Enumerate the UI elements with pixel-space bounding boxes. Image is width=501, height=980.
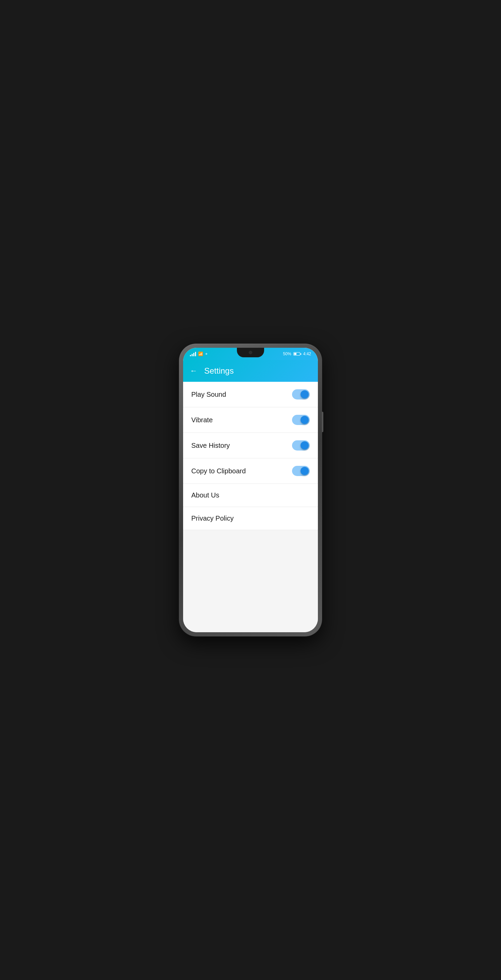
status-bar: 📶 ⌖ 50% 4:42 <box>183 348 318 360</box>
save-history-toggle-thumb <box>301 441 309 450</box>
signal-bar-1 <box>190 355 191 356</box>
status-bar-left: 📶 ⌖ <box>190 352 208 356</box>
signal-bars-icon <box>190 352 196 356</box>
settings-content: Play Sound Vibrate <box>183 382 318 632</box>
play-sound-toggle[interactable] <box>292 389 310 399</box>
camera-dot <box>249 351 252 354</box>
page-title: Settings <box>204 366 234 375</box>
settings-item-privacy-policy[interactable]: Privacy Policy <box>183 507 318 530</box>
battery-body <box>293 352 300 356</box>
settings-item-copy-clipboard[interactable]: Copy to Clipboard <box>183 458 318 484</box>
settings-item-save-history[interactable]: Save History <box>183 433 318 458</box>
vibrate-label: Vibrate <box>191 416 213 424</box>
play-sound-toggle-thumb <box>301 390 309 398</box>
usb-icon: ⌖ <box>205 352 208 356</box>
copy-clipboard-toggle-track <box>292 466 310 476</box>
about-us-label: About Us <box>191 492 219 499</box>
play-sound-toggle-track <box>292 389 310 399</box>
battery-percent-label: 50% <box>283 352 291 356</box>
privacy-policy-label: Privacy Policy <box>191 514 234 522</box>
copy-clipboard-toggle[interactable] <box>292 466 310 476</box>
signal-bar-4 <box>195 352 196 356</box>
vibrate-toggle-track <box>292 415 310 425</box>
wifi-icon: 📶 <box>198 352 203 356</box>
save-history-label: Save History <box>191 442 230 450</box>
vibrate-toggle-thumb <box>301 416 309 424</box>
status-bar-right: 50% 4:42 <box>283 352 311 356</box>
settings-list: Play Sound Vibrate <box>183 382 318 530</box>
copy-clipboard-toggle-thumb <box>301 467 309 475</box>
time-label: 4:42 <box>303 352 311 356</box>
play-sound-label: Play Sound <box>191 391 226 398</box>
signal-bar-2 <box>192 354 192 356</box>
app-bar: ← Settings <box>183 360 318 382</box>
back-button[interactable]: ← <box>190 366 197 375</box>
copy-clipboard-label: Copy to Clipboard <box>191 467 246 475</box>
save-history-toggle[interactable] <box>292 440 310 450</box>
settings-item-about-us[interactable]: About Us <box>183 484 318 507</box>
battery-fill <box>294 353 296 355</box>
phone-screen: 📶 ⌖ 50% 4:42 ← Settings <box>183 348 318 632</box>
battery-icon <box>293 352 301 356</box>
vibrate-toggle[interactable] <box>292 415 310 425</box>
save-history-toggle-track <box>292 440 310 450</box>
battery-tip <box>301 353 301 355</box>
camera-notch <box>237 348 264 357</box>
settings-item-play-sound[interactable]: Play Sound <box>183 382 318 407</box>
signal-bar-3 <box>193 353 194 356</box>
settings-item-vibrate[interactable]: Vibrate <box>183 407 318 433</box>
phone-device: 📶 ⌖ 50% 4:42 ← Settings <box>179 344 322 636</box>
